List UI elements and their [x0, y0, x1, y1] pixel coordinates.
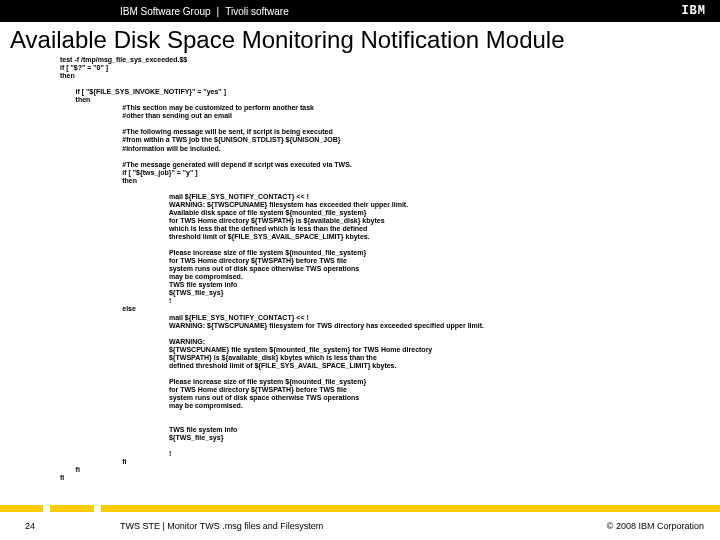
header-divider: | [217, 6, 220, 17]
footer-copyright: © 2008 IBM Corporation [607, 521, 720, 531]
header-group: IBM Software Group [120, 6, 211, 17]
gold-strip [0, 505, 720, 512]
page-number: 24 [0, 521, 60, 531]
page-title: Available Disk Space Monitoring Notifica… [10, 26, 720, 54]
footer: 24 TWS STE | Monitor TWS .msg files and … [0, 512, 720, 540]
script-code-block: test -f /tmp/msg_file_sys_exceeded.$$ if… [60, 56, 720, 482]
footer-center: TWS STE | Monitor TWS .msg files and Fil… [60, 521, 607, 531]
header-bar: IBM Software Group | Tivoli software IBM [0, 0, 720, 22]
ibm-logo: IBM [681, 4, 706, 18]
header-product: Tivoli software [225, 6, 289, 17]
